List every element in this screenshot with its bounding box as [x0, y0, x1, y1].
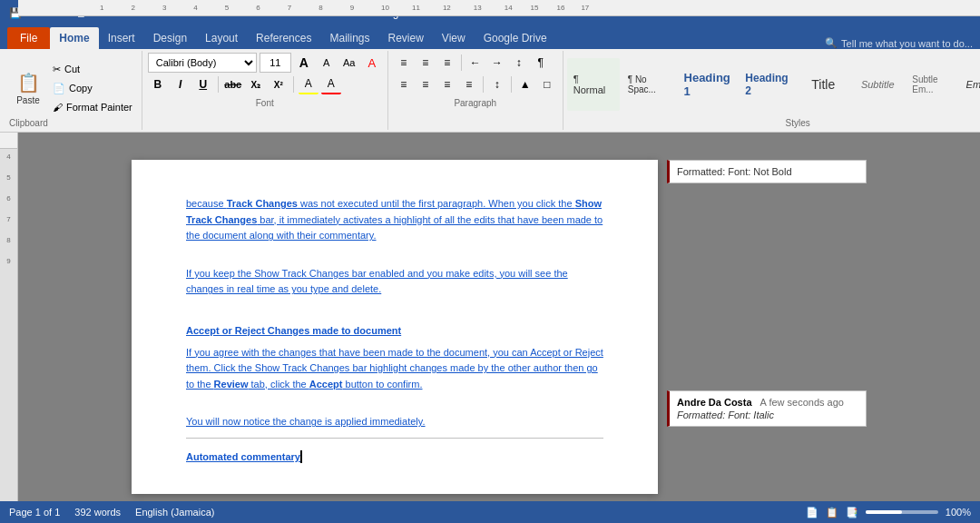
sep4 — [483, 76, 484, 93]
font-row-1: Calibri (Body) A A Aa A — [148, 53, 382, 73]
para-row-2: ≡ ≡ ≡ ≡ ↕ ▲ □ — [394, 74, 557, 94]
tab-view[interactable]: View — [433, 27, 475, 49]
line-spacing-button[interactable]: ↕ — [487, 74, 507, 94]
tab-file[interactable]: File — [7, 27, 50, 49]
tab-design[interactable]: Design — [144, 27, 196, 49]
style-normal[interactable]: ¶ Normal — [567, 58, 620, 111]
paste-button[interactable]: 📋 Paste — [9, 60, 47, 116]
accept-link: Accept — [309, 379, 343, 390]
grow-font-button[interactable]: A — [294, 53, 314, 73]
sep5 — [511, 76, 512, 93]
comment-body-italic: Formatted: Font: Italic — [677, 410, 858, 420]
sep3 — [461, 54, 462, 71]
para5-bold-text: Automated commentary — [186, 449, 300, 465]
format-painter-label: Format Painter — [66, 102, 132, 113]
ribbon-tab-bar: File Home Insert Design Layout Reference… — [0, 25, 980, 49]
paste-label: Paste — [16, 95, 40, 105]
spacer3 — [186, 400, 603, 414]
subscript-button[interactable]: X₂ — [246, 74, 266, 94]
tab-mailings[interactable]: Mailings — [320, 27, 378, 49]
tab-insert[interactable]: Insert — [99, 27, 144, 49]
paragraph-5-line[interactable]: Automated commentary — [186, 449, 603, 465]
para2-text: If you keep the Show Track Changes bar e… — [186, 268, 568, 295]
cut-button[interactable]: ✂ Cut — [49, 60, 136, 78]
ribbon-group-paragraph: ≡ ≡ ≡ ← → ↕ ¶ ≡ ≡ ≡ ≡ ↕ ▲ □ Paragraph — [388, 51, 564, 130]
page-count[interactable]: Page 1 of 1 — [9, 507, 60, 518]
font-size-input[interactable] — [260, 53, 291, 73]
clear-format-button[interactable]: A — [362, 53, 382, 73]
copy-icon: 📄 — [53, 83, 65, 94]
strikethrough-button[interactable]: abc — [223, 74, 243, 94]
style-no-spacing-label: ¶ No Spac... — [628, 74, 670, 94]
bullets-button[interactable]: ≡ — [394, 53, 414, 73]
italic-button[interactable]: I — [171, 74, 191, 94]
tab-home[interactable]: Home — [50, 27, 98, 49]
ribbon-group-clipboard: 📋 Paste ✂ Cut 📄 Copy 🖌 Format Painter Cl… — [4, 51, 142, 130]
style-heading2[interactable]: Heading 2 — [739, 58, 795, 111]
tab-googledrive[interactable]: Google Drive — [475, 27, 556, 49]
style-no-spacing[interactable]: ¶ No Spac... — [622, 58, 676, 111]
document-page[interactable]: because Track Changes was not executed u… — [132, 160, 658, 494]
para4-text: You will now notice the change is applie… — [186, 416, 426, 427]
comment-format-not-bold: Formatted: Font: Not Bold — [667, 160, 867, 183]
sort-button[interactable]: ↕ — [509, 53, 529, 73]
center-button[interactable]: ≡ — [416, 74, 436, 94]
style-subtitle[interactable]: Subtitle — [851, 58, 904, 111]
ribbon-group-styles: ¶ Normal ¶ No Spac... Heading 1 Heading … — [564, 51, 980, 130]
view-read-icon[interactable]: 📑 — [846, 507, 858, 518]
status-bar: Page 1 of 1 392 words English (Jamaica) … — [0, 501, 980, 523]
comment-author-header: Andre Da Costa A few seconds ago — [677, 397, 858, 408]
view-web-icon[interactable]: 📋 — [826, 507, 838, 518]
show-hide-button[interactable]: ¶ — [531, 53, 551, 73]
word-count[interactable]: 392 words — [74, 507, 121, 518]
zoom-level[interactable]: 100% — [946, 507, 971, 518]
text-highlight-button[interactable]: A — [299, 74, 318, 94]
language[interactable]: English (Jamaica) — [135, 507, 214, 518]
document-scroll-area[interactable]: 1 2 3 4 5 6 7 8 9 10 11 12 13 14 15 16 1… — [18, 133, 980, 501]
tab-layout[interactable]: Layout — [196, 27, 247, 49]
format-painter-button[interactable]: 🖌 Format Painter — [49, 98, 136, 116]
shading-button[interactable]: ▲ — [515, 74, 535, 94]
shrink-font-button[interactable]: A — [317, 53, 337, 73]
underline-button[interactable]: U — [193, 74, 213, 94]
decrease-indent-button[interactable]: ← — [466, 53, 485, 73]
justify-button[interactable]: ≡ — [459, 74, 479, 94]
style-heading1-label: Heading 1 — [684, 71, 731, 98]
spacer1 — [186, 252, 603, 266]
paragraph-2: If you keep the Show Track Changes bar e… — [186, 266, 603, 298]
numbering-button[interactable]: ≡ — [416, 53, 436, 73]
change-case-button[interactable]: Aa — [339, 53, 359, 73]
tab-references[interactable]: References — [247, 27, 320, 49]
align-right-button[interactable]: ≡ — [437, 74, 457, 94]
comment-time: A few seconds ago — [760, 397, 844, 408]
font-name-select[interactable]: Calibri (Body) — [148, 53, 257, 73]
zoom-slider-fill — [866, 510, 902, 514]
font-row-2: B I U abc X₂ X² A A — [148, 74, 382, 94]
font-group-label: Font — [148, 98, 382, 108]
styles-row: ¶ Normal ¶ No Spac... Heading 1 Heading … — [567, 53, 980, 116]
style-emphasis[interactable]: Emphasis — [962, 58, 980, 111]
border-button[interactable]: □ — [537, 74, 557, 94]
text-color-button[interactable]: A — [321, 74, 341, 94]
para3-end: button to confirm. — [342, 379, 422, 390]
align-left-button[interactable]: ≡ — [394, 74, 414, 94]
style-subtitle-label: Subtitle — [861, 79, 895, 90]
multilevel-list-button[interactable]: ≡ — [437, 53, 457, 73]
styles-group-label: Styles — [567, 118, 980, 128]
copy-button[interactable]: 📄 Copy — [49, 79, 136, 97]
view-print-icon[interactable]: 📄 — [806, 507, 818, 518]
style-heading1[interactable]: Heading 1 — [678, 58, 738, 111]
track-change-divider — [186, 438, 603, 439]
para1-start: because — [186, 198, 227, 209]
tab-review[interactable]: Review — [378, 27, 432, 49]
paragraph-group-label: Paragraph — [394, 98, 557, 108]
search-bar[interactable]: 🔍 Tell me what you want to do... — [818, 37, 980, 49]
increase-indent-button[interactable]: → — [487, 53, 507, 73]
format-painter-icon: 🖌 — [53, 102, 63, 113]
clipboard-group-label: Clipboard — [9, 118, 48, 128]
bold-button[interactable]: B — [148, 74, 168, 94]
superscript-button[interactable]: X² — [269, 74, 289, 94]
zoom-slider[interactable] — [866, 510, 938, 514]
style-subtle-emphasis[interactable]: Subtle Em... — [906, 58, 959, 111]
style-title[interactable]: Title — [797, 58, 849, 111]
